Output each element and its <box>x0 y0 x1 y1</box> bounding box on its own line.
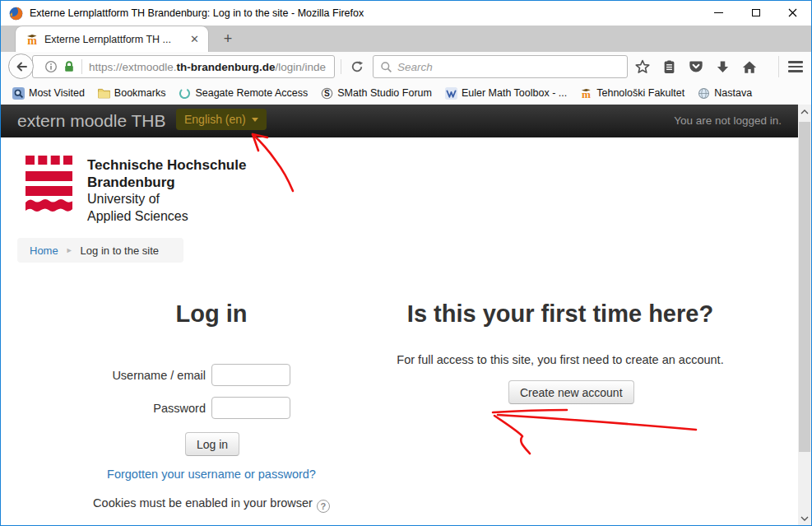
create-account-button[interactable]: Create new account <box>508 380 634 404</box>
scroll-up-button[interactable] <box>798 105 811 119</box>
new-tab-button[interactable]: + <box>216 29 239 49</box>
bookmark-most-visited[interactable]: Most Visited <box>7 85 90 102</box>
site-name: extern moodle THB <box>17 111 166 131</box>
toolbar-separator <box>341 59 341 74</box>
hamburger-icon <box>788 61 803 63</box>
language-dropdown[interactable]: English (en) <box>176 109 267 130</box>
chevron-down-icon <box>800 516 809 521</box>
breadcrumb-separator-icon: ► <box>66 246 73 254</box>
username-row: Username / email <box>74 364 290 386</box>
tab-bar: m Externe Lernplattform TH ... ✕ + <box>1 26 811 52</box>
reload-icon <box>350 60 364 73</box>
forgot-password-link[interactable]: Forgotten your username or password? <box>107 468 316 481</box>
login-status: You are not logged in. <box>674 114 782 127</box>
navigation-toolbar: https://extmoodle.th-brandenburg.de/logi… <box>1 52 811 81</box>
bookmark-tehnoloski[interactable]: m Tehnološki Fakultet <box>575 85 689 102</box>
breadcrumb: Home ► Log in to the site <box>17 238 183 263</box>
page-info-icon[interactable] <box>44 60 58 73</box>
login-heading: Log in <box>1 300 422 328</box>
url-separator <box>81 59 82 74</box>
arrow-to-create-account <box>498 415 696 430</box>
chevron-down-icon <box>252 118 258 122</box>
search-input[interactable] <box>397 61 620 73</box>
moodle-header: extern moodle THB English (en) You are n… <box>1 105 798 137</box>
minimize-icon <box>714 12 723 13</box>
bookmark-smath[interactable]: S SMath Studio Forum <box>316 85 437 102</box>
tab-extmoodle[interactable]: m Externe Lernplattform TH ... ✕ <box>15 26 209 52</box>
hamburger-menu-button[interactable] <box>784 57 807 77</box>
window-title: Externe Lernplattform TH Brandenburg: Lo… <box>30 7 364 19</box>
bookmark-bookmarks-folder[interactable]: Bookmarks <box>93 85 171 101</box>
browser-window: Externe Lernplattform TH Brandenburg: Lo… <box>0 0 812 526</box>
smath-icon: S <box>321 87 333 100</box>
globe-icon <box>698 87 710 100</box>
breadcrumb-current: Log in to the site <box>81 244 159 257</box>
help-icon[interactable]: ? <box>317 500 330 513</box>
bookmarks-menu-icon[interactable] <box>662 60 676 74</box>
breadcrumb-home-link[interactable]: Home <box>30 244 58 257</box>
signup-text: For full access to this site, you first … <box>371 353 749 366</box>
login-button[interactable]: Log in <box>185 432 239 456</box>
bookmark-star-icon[interactable] <box>635 59 650 74</box>
toolbar-separator <box>778 56 779 77</box>
close-button[interactable] <box>774 1 811 25</box>
folder-icon <box>98 87 110 99</box>
pocket-icon[interactable] <box>689 60 703 73</box>
arrow-to-language <box>253 135 293 191</box>
search-icon <box>380 61 392 73</box>
euler-icon <box>445 87 457 100</box>
bookmark-euler[interactable]: Euler Math Toolbox - ... <box>440 85 572 102</box>
password-label: Password <box>74 402 206 415</box>
url-bar[interactable]: https://extmoodle.th-brandenburg.de/logi… <box>32 55 335 78</box>
minimize-button[interactable] <box>700 1 737 25</box>
password-row: Password <box>74 397 290 419</box>
thb-logo-mark <box>26 156 72 215</box>
back-button[interactable] <box>8 54 34 79</box>
https-lock-icon[interactable] <box>63 60 75 73</box>
chevron-up-icon <box>800 109 809 114</box>
search-box <box>373 55 628 78</box>
tab-title: Externe Lernplattform TH ... <box>44 34 188 45</box>
maximize-button[interactable] <box>737 1 774 25</box>
maximize-icon <box>752 9 760 16</box>
firefox-icon <box>9 7 23 21</box>
svg-text:S: S <box>324 89 330 98</box>
scrollbar-thumb[interactable] <box>799 122 810 452</box>
username-input[interactable] <box>211 364 290 386</box>
home-icon[interactable] <box>742 60 757 74</box>
thb-logo-text: Technische Hochschule Brandenburg Univer… <box>87 156 246 225</box>
bookmark-seagate[interactable]: Seagate Remote Access <box>174 85 313 102</box>
bookmark-nastava[interactable]: Nastava <box>693 85 757 102</box>
moodle-icon: m <box>580 87 592 100</box>
page-content: extern moodle THB English (en) You are n… <box>1 105 811 525</box>
tab-close-icon[interactable]: ✕ <box>188 33 202 45</box>
signup-heading: Is this your first time here? <box>371 300 749 328</box>
url-text[interactable]: https://extmoodle.th-brandenburg.de/logi… <box>89 61 326 73</box>
most-visited-icon <box>12 87 25 100</box>
bookmarks-toolbar: Most Visited Bookmarks Seagate Remote Ac… <box>1 81 811 105</box>
back-arrow-icon <box>14 59 29 74</box>
close-icon <box>788 8 797 17</box>
cookies-note: Cookies must be enabled in your browser? <box>1 496 422 513</box>
title-bar: Externe Lernplattform TH Brandenburg: Lo… <box>1 1 811 26</box>
password-input[interactable] <box>211 397 290 419</box>
reload-button[interactable] <box>346 57 368 77</box>
seagate-icon <box>179 87 191 100</box>
vertical-scrollbar <box>798 105 811 525</box>
moodle-favicon: m <box>26 33 39 46</box>
download-icon[interactable] <box>716 60 730 74</box>
scroll-down-button[interactable] <box>798 511 811 525</box>
thb-logo: Technische Hochschule Brandenburg Univer… <box>26 156 246 225</box>
username-label: Username / email <box>74 369 206 382</box>
